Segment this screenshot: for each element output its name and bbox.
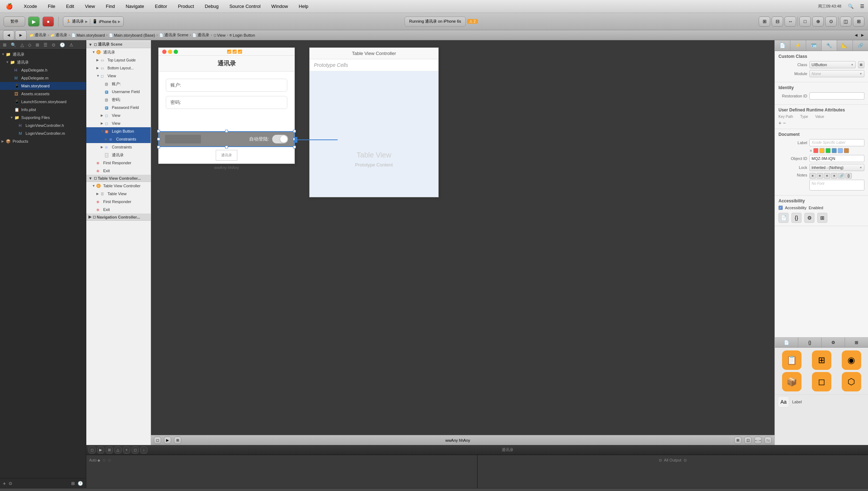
nav-icon-1[interactable]: ⊞: [2, 42, 7, 48]
canvas-grid-btn[interactable]: ⊞: [174, 437, 181, 444]
view-menu[interactable]: View: [83, 3, 97, 10]
version-editor[interactable]: ⊙: [825, 17, 837, 27]
password-input-area[interactable]: [188, 100, 283, 105]
tree-group-tongxunlu[interactable]: ▼ 📁 通讯录: [0, 58, 86, 66]
handle-tl[interactable]: [157, 130, 160, 133]
help-menu[interactable]: Help: [297, 3, 311, 10]
scene-tvc-responder[interactable]: ⊗ First Responder: [86, 198, 151, 206]
fmt-link[interactable]: 🔗: [838, 173, 845, 179]
lib-tab-snippets[interactable]: ⊞: [845, 338, 868, 347]
acc-icon-3[interactable]: ⚙: [804, 213, 814, 223]
tree-supporting-files[interactable]: ▼ 📁 Supporting Files: [0, 114, 86, 121]
username-input-area[interactable]: [188, 82, 283, 88]
navigator-toggle[interactable]: ⊞: [759, 17, 770, 27]
scene-section-nav[interactable]: ▶ ◻ Navigation Controller...: [86, 214, 151, 221]
breadcrumb-prev[interactable]: ◀: [854, 33, 859, 37]
scene-tongxunlu-vc[interactable]: ▼ C 通讯录: [86, 48, 151, 56]
ud-add-btn[interactable]: +: [778, 120, 781, 126]
breadcrumb-button[interactable]: B Login Button: [230, 33, 255, 37]
tree-launchscreen[interactable]: 📱 LaunchScreen.storyboard: [0, 98, 86, 106]
login-button-bar[interactable]: 自动登陆:: [159, 131, 294, 147]
fmt-left[interactable]: ≡: [809, 173, 816, 179]
breadcrumb-root[interactable]: 📁 通讯录: [29, 32, 46, 38]
inspector-tab-size[interactable]: 📐: [837, 40, 853, 51]
nav-icon-9[interactable]: ⚠: [69, 42, 74, 48]
breadcrumb-base[interactable]: 📄 Main.storyboard (Base): [109, 33, 155, 37]
breadcrumb-storyboard[interactable]: 📄 Main.storyboard: [72, 33, 105, 37]
tree-products[interactable]: ▶ 📦 Products: [0, 137, 86, 145]
nav-bottom-clock[interactable]: 🕐: [78, 481, 83, 486]
auto-selector[interactable]: Auto ◆: [89, 458, 100, 462]
restoration-input[interactable]: [809, 92, 864, 100]
apple-menu[interactable]: 🍎: [4, 2, 15, 10]
scene-exit[interactable]: ⊗ Exit: [86, 167, 151, 175]
inspector-tab-identity[interactable]: 🪪: [806, 40, 822, 51]
lib-tab-class[interactable]: {}: [798, 338, 822, 347]
assistant-toggle[interactable]: ↔: [785, 17, 796, 27]
scene-login-button[interactable]: ▼ B Login Button: [86, 127, 151, 135]
tree-appdelegate-m[interactable]: M AppDelegate.m: [0, 74, 86, 82]
debug-btn-3[interactable]: ⊞: [106, 446, 113, 454]
breadcrumb-scene[interactable]: 📄 通讯录 Scene: [159, 32, 188, 38]
handle-tm[interactable]: [225, 130, 228, 133]
lib-tab-media[interactable]: ⚙: [822, 338, 845, 347]
zoom-btn-4[interactable]: ↑↓: [764, 437, 772, 444]
acc-icon-2[interactable]: {}: [791, 213, 801, 223]
debug-btn-7[interactable]: ↓: [140, 446, 147, 454]
back-button[interactable]: ◀: [3, 30, 14, 40]
product-menu[interactable]: Product: [176, 3, 196, 10]
breadcrumb-view[interactable]: ◻ View: [214, 33, 226, 37]
utilities-toggle[interactable]: ◫: [840, 17, 851, 27]
xcode-menu[interactable]: Xcode: [22, 3, 39, 10]
tree-loginvc-h[interactable]: H LoginViewController.h: [0, 121, 86, 129]
debug-area-toggle[interactable]: ⊞: [853, 17, 864, 27]
lib-item-6[interactable]: ⬡: [837, 372, 865, 391]
pause-button[interactable]: 暂停: [4, 17, 25, 27]
module-select[interactable]: None ▼: [809, 70, 864, 77]
fmt-justify[interactable]: ≡: [831, 173, 837, 179]
lib-item-2[interactable]: ⊞: [808, 350, 835, 370]
nav-icon-6[interactable]: ☰: [43, 42, 48, 48]
fmt-right[interactable]: ≡: [824, 173, 830, 179]
find-menu[interactable]: Find: [104, 3, 117, 10]
acc-icon-1[interactable]: 📄: [778, 213, 789, 223]
scene-table-view[interactable]: ▶ ☰ Table View: [86, 190, 151, 198]
scene-section-tvc[interactable]: ▼ ◻ Table View Controller...: [86, 175, 151, 182]
zoom-btn-1[interactable]: ⊞: [734, 437, 741, 444]
class-browse-btn[interactable]: ⊞: [858, 61, 864, 68]
lib-tab-file[interactable]: 📄: [775, 338, 798, 347]
output-toggle-left[interactable]: ⊙: [659, 458, 662, 463]
scene-top-layout[interactable]: ▶ ▭ Top Layout Guide: [86, 56, 151, 64]
editor-menu[interactable]: Editor: [153, 3, 169, 10]
standard-editor[interactable]: □: [799, 17, 811, 27]
assistant-editor[interactable]: ⊕: [812, 17, 824, 27]
zoom-btn-2[interactable]: ◫: [744, 437, 751, 444]
lib-item-3[interactable]: ◉: [837, 350, 865, 370]
fmt-center[interactable]: ≡: [817, 173, 823, 179]
lib-item-5[interactable]: ◻: [808, 372, 835, 391]
source-control-menu[interactable]: Source Control: [227, 3, 263, 10]
debug-jump-btn[interactable]: ⊙: [108, 458, 111, 463]
handle-bl[interactable]: [157, 146, 160, 148]
color-green[interactable]: [826, 148, 831, 153]
tree-main-storyboard[interactable]: 📱 Main.storyboard: [0, 82, 86, 90]
tree-project-root[interactable]: ▼ 📁 通讯录: [0, 50, 86, 58]
scene-bottom-layout[interactable]: ▶ ▭ Bottom Layout...: [86, 64, 151, 72]
add-file-button[interactable]: +: [3, 481, 6, 486]
scene-first-responder[interactable]: ⊗ First Responder: [86, 159, 151, 167]
scene-section-tongxunlu[interactable]: ▼ ◻ 通讯录 Scene: [86, 41, 151, 48]
stop-button[interactable]: ■: [42, 17, 54, 27]
inspector-tab-quick[interactable]: ⚡: [790, 40, 806, 51]
tree-assets[interactable]: 🖼 Assets.xcassets: [0, 90, 86, 98]
nav-icon-3[interactable]: △: [20, 42, 24, 48]
nav-icon-4[interactable]: ◇: [27, 42, 32, 48]
color-lightblue[interactable]: [838, 148, 843, 153]
debug-btn-6[interactable]: ◻: [132, 446, 139, 454]
notes-textarea[interactable]: No Font: [809, 180, 864, 191]
scene-view-root[interactable]: ▼ ◻ View: [86, 72, 151, 80]
tree-loginvc-m[interactable]: M LoginViewController.m: [0, 129, 86, 137]
inspector-tab-attributes[interactable]: 🔧: [822, 40, 837, 51]
scene-constraints-2[interactable]: ▶ ⊞ Constraints: [86, 143, 151, 151]
debug-btn-4[interactable]: △: [114, 446, 122, 454]
tree-info-plist[interactable]: 📋 Info.plist: [0, 106, 86, 114]
